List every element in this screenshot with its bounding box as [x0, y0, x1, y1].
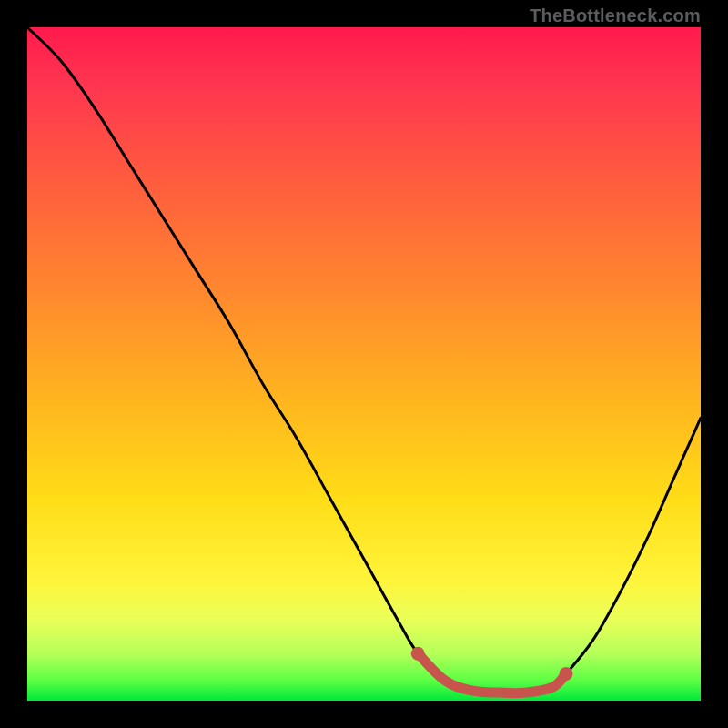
plot-area: [27, 27, 701, 701]
highlight-end-dot: [411, 647, 425, 661]
chart-frame: TheBottleneck.com: [0, 0, 728, 728]
valley-curve: [27, 27, 701, 693]
plot-svg: [27, 27, 701, 701]
highlight-end-dot: [560, 667, 573, 681]
bottom-highlight: [418, 653, 566, 693]
watermark-text: TheBottleneck.com: [530, 5, 701, 26]
